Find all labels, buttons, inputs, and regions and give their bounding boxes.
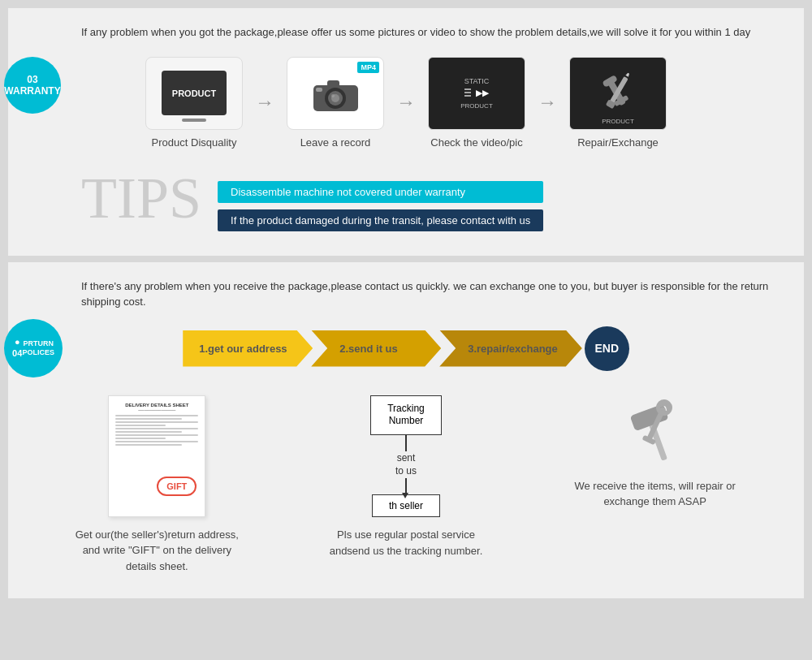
step-label-repair: Repair/Exchange [577, 136, 659, 149]
delivery-lines [115, 415, 198, 446]
tips-boxes: Disassemble machine not covered under wa… [218, 181, 543, 231]
line [115, 428, 198, 429]
line [115, 425, 165, 426]
return-section: If there's any problem when you receive … [8, 262, 804, 599]
flow-end: END [585, 326, 629, 371]
repair-icon-box: PRODUCT [569, 57, 667, 130]
page-wrapper: If any problem when you got the package,… [0, 0, 812, 606]
line [115, 434, 198, 436]
line [115, 444, 182, 446]
product-screen: PRODUCT [162, 71, 227, 115]
step-label-camera: Leave a record [300, 136, 371, 149]
return-intro: If there's any problem when you receive … [81, 278, 780, 310]
return-badge-num: ● 04 [12, 337, 22, 358]
step-camera: MP4 [287, 57, 384, 149]
step-label-video: Check the video/pic [430, 136, 522, 149]
delivery-sheet: DELIVERY DETAILS SHEET───────────── GI [108, 395, 205, 517]
delivery-item: DELIVERY DETAILS SHEET───────────── GI [67, 395, 246, 575]
tools-illustration [615, 395, 696, 468]
tracking-box: TrackingNumber [370, 395, 442, 435]
line [115, 415, 198, 416]
line [115, 421, 198, 423]
warranty-intro: If any problem when you got the package,… [81, 24, 780, 41]
camera-wrap [307, 69, 364, 118]
step-video: STATIC ▶▶ PRODUCT Check the video/pic [428, 57, 525, 149]
arrow-icon-2: → [396, 91, 416, 114]
repair-tools-wrap [590, 69, 646, 118]
tips-word: TIPS [81, 169, 201, 227]
warranty-steps: PRODUCT Product Disquality → MP4 [32, 57, 780, 149]
flow-step-1: 1.get our address [183, 330, 313, 367]
tip-box-1: Disassemble machine not covered under wa… [218, 181, 543, 203]
line [115, 418, 182, 420]
svg-rect-5 [327, 80, 339, 87]
return-badge: ● 04 PRTURNPOLICES [4, 319, 63, 377]
arrow-icon-3: → [538, 91, 557, 114]
flow-steps: 1.get our address 2.send it us 3.repair/… [32, 326, 780, 371]
delivery-title: DELIVERY DETAILS SHEET───────────── [115, 403, 198, 412]
return-badge-label: PRTURNPOLICES [22, 339, 54, 357]
arrow-icon-1: → [255, 91, 274, 114]
flow-step-3: 3.repair/exchange [439, 330, 582, 367]
repair-tools-svg [590, 69, 646, 118]
tips-section: TIPS Disassemble machine not covered und… [32, 169, 780, 231]
tracking-illustration: TrackingNumber sentto us th seller [370, 395, 442, 518]
video-icon-box: STATIC ▶▶ PRODUCT [428, 57, 525, 130]
return-icons-row: DELIVERY DETAILS SHEET───────────── GI [32, 395, 780, 575]
tracking-caption: Pls use regular postal service andsend u… [317, 527, 495, 559]
step-repair: PRODUCT Repair/Exchange [569, 57, 667, 149]
tools-caption: We receive the items, will repair or exc… [566, 478, 745, 510]
camera-svg [309, 71, 362, 115]
svg-point-4 [331, 94, 335, 97]
warranty-section: If any problem when you got the package,… [8, 8, 804, 256]
camera-icon-box: MP4 [287, 57, 384, 130]
gift-label: GIFT [157, 477, 197, 496]
step-product: PRODUCT Product Disquality [145, 57, 243, 149]
flow-step-2: 2.send it us [311, 330, 441, 367]
step-label-product: Product Disquality [152, 136, 237, 149]
line [115, 438, 165, 439]
tools-large-svg [615, 391, 696, 472]
delivery-caption: Get our(the seller's)return address, and… [67, 527, 246, 575]
mp4-badge: MP4 [357, 62, 379, 73]
tracking-item: TrackingNumber sentto us th seller Pls u… [317, 395, 495, 559]
warranty-badge: 03 WARRANTY [4, 57, 61, 114]
line [115, 431, 182, 433]
tools-item: We receive the items, will repair or exc… [566, 395, 745, 510]
product-icon: PRODUCT [145, 57, 243, 130]
svg-marker-12 [625, 72, 629, 76]
tip-box-2: If the product damaged during the transi… [218, 209, 543, 231]
svg-rect-6 [316, 88, 322, 92]
line [115, 441, 198, 442]
